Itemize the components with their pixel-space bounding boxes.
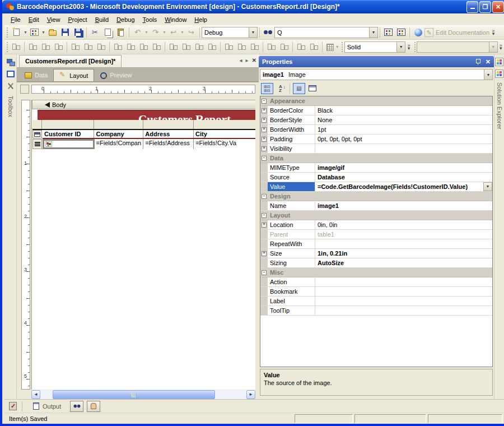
spacer-cell[interactable] xyxy=(94,120,143,129)
property-value[interactable]: Database xyxy=(315,173,492,182)
tab-data[interactable]: Data xyxy=(19,69,53,81)
image-cell-selected[interactable] xyxy=(43,139,95,149)
category-misc[interactable]: -Misc xyxy=(260,268,492,277)
category-data[interactable]: -Data xyxy=(260,154,492,163)
command-combo[interactable]: Q ▼ xyxy=(274,27,378,38)
body-section-header[interactable]: Body xyxy=(32,100,255,109)
scrollbar-thumb[interactable] xyxy=(53,390,215,399)
solution-explorer-tab[interactable]: Solution Explorer xyxy=(496,82,503,129)
collapse-box[interactable]: - xyxy=(260,192,268,201)
header-cell-customer-id[interactable]: Customer ID xyxy=(43,130,94,138)
property-mimetype[interactable]: MIMETypeimage/gif xyxy=(260,163,492,173)
spacer-cell[interactable] xyxy=(143,120,194,129)
property-repeatwith[interactable]: RepeatWith xyxy=(260,239,492,249)
expand-box[interactable]: + xyxy=(260,144,268,153)
scroll-tabs-left-icon[interactable]: ◂ xyxy=(240,57,242,63)
spacer-cell[interactable] xyxy=(194,120,255,129)
document-tab[interactable]: CustomersReport.rdl [Design]* xyxy=(19,55,122,67)
toolbar-grip[interactable] xyxy=(6,27,9,38)
category-appearance[interactable]: -Appearance xyxy=(260,96,492,106)
scroll-left-arrow[interactable]: ◄ xyxy=(31,390,40,399)
open-file-icon[interactable] xyxy=(46,26,59,39)
property-sizing[interactable]: SizingAutoSize xyxy=(260,258,492,268)
table-spacer-row[interactable] xyxy=(32,120,255,129)
detail-row-handle[interactable] xyxy=(32,139,42,149)
property-parent[interactable]: Parenttable1 xyxy=(260,230,492,239)
expand-box[interactable]: + xyxy=(260,135,268,143)
spacer-cell[interactable] xyxy=(42,120,94,129)
new-project-dropdown[interactable]: ▼ xyxy=(23,26,28,39)
border-style-combo[interactable]: Solid ▼ xyxy=(344,41,406,53)
property-name[interactable]: Nameimage1 xyxy=(260,201,492,211)
collapse-box[interactable]: - xyxy=(260,211,268,220)
property-value[interactable]: table1 xyxy=(315,230,492,239)
header-cell-city[interactable]: City xyxy=(194,130,255,138)
report-title-textbox[interactable]: Customers Report xyxy=(38,110,255,120)
copy-icon[interactable] xyxy=(101,26,114,39)
solution-config-dropdown[interactable]: ▼ xyxy=(249,27,257,38)
property-value[interactable] xyxy=(315,306,492,315)
report-chart-icon[interactable] xyxy=(382,26,395,39)
auto-hide-pin-icon[interactable] xyxy=(474,58,481,66)
property-value[interactable] xyxy=(315,287,492,296)
minimize-button[interactable] xyxy=(466,1,478,13)
property-value[interactable]: Black xyxy=(315,106,492,115)
solution-config-combo[interactable]: Debug ▼ xyxy=(202,27,258,38)
category-design[interactable]: -Design xyxy=(260,192,492,201)
expand-box[interactable]: + xyxy=(260,115,268,124)
add-item-icon[interactable] xyxy=(28,26,41,39)
detail-cell[interactable]: =Fields!City.Va xyxy=(194,139,255,149)
category-layout[interactable]: -Layout xyxy=(260,211,492,220)
header-cell-address[interactable]: Address xyxy=(143,130,194,138)
tab-layout[interactable]: Layout xyxy=(53,69,94,81)
menu-tools[interactable]: Tools xyxy=(139,15,161,25)
menu-file[interactable]: File xyxy=(7,15,25,25)
scrollbar-track[interactable] xyxy=(40,390,246,399)
detail-cell[interactable]: =Fields!Compan xyxy=(95,139,144,149)
find-symbol-results-button[interactable] xyxy=(70,401,83,412)
find-in-files-icon[interactable] xyxy=(262,26,274,39)
property-value[interactable] xyxy=(315,277,492,286)
horizontal-scrollbar[interactable]: ◄ ► xyxy=(31,390,255,399)
report-canvas[interactable]: Body Customers Report Customer IDCompany… xyxy=(31,100,255,390)
collapse-box[interactable]: - xyxy=(260,268,268,277)
menu-window[interactable]: Window xyxy=(161,15,190,25)
alphabetical-button[interactable]: A Z xyxy=(274,83,287,94)
detail-cell[interactable]: =Fields!Address xyxy=(143,139,194,149)
property-bordercolor[interactable]: +BorderColorBlack xyxy=(260,106,492,115)
object-selector-combo[interactable]: image1Image ▼ xyxy=(260,69,493,80)
property-value[interactable]: Value=Code.GetBarcodeImage(Fields!Custom… xyxy=(260,182,492,192)
command-combo-dropdown[interactable]: ▼ xyxy=(369,27,377,38)
menu-view[interactable]: View xyxy=(43,15,64,25)
property-source[interactable]: SourceDatabase xyxy=(260,173,492,182)
collapse-box[interactable]: - xyxy=(260,96,268,105)
header-cell-company[interactable]: Company xyxy=(94,130,143,138)
property-bookmark[interactable]: Bookmark xyxy=(260,287,492,297)
server-explorer-icon[interactable] xyxy=(6,57,16,67)
scroll-right-arrow[interactable]: ► xyxy=(246,390,255,399)
close-properties-icon[interactable]: ✕ xyxy=(486,58,491,66)
output-tab[interactable]: Output xyxy=(27,400,67,413)
property-location[interactable]: +Location0in, 0in xyxy=(260,220,492,230)
collapse-box[interactable]: - xyxy=(260,154,268,163)
tab-preview[interactable]: Preview xyxy=(94,69,137,81)
task-list-icon[interactable] xyxy=(9,402,17,410)
menu-project[interactable]: Project xyxy=(64,15,91,25)
toolbar-grip[interactable] xyxy=(340,42,343,52)
expand-box[interactable]: + xyxy=(260,106,268,115)
categorized-button[interactable]: ⊞⊟ ⊞⊟ xyxy=(261,83,273,94)
property-value[interactable]: 0pt, 0pt, 0pt, 0pt xyxy=(315,135,492,143)
toolbar-overflow-chevron[interactable]: »▾ xyxy=(489,26,497,39)
property-value[interactable]: image/gif xyxy=(315,163,492,172)
property-value[interactable]: 1in, 0.21in xyxy=(315,249,492,258)
property-borderstyle[interactable]: +BorderStyleNone xyxy=(260,115,492,125)
save-all-icon[interactable] xyxy=(72,26,85,39)
expand-box[interactable]: + xyxy=(260,125,268,134)
toolbar-grip[interactable] xyxy=(6,42,8,52)
property-pages-button[interactable] xyxy=(306,83,319,94)
property-borderwidth[interactable]: +BorderWidth1pt xyxy=(260,125,492,135)
border-style-dropdown[interactable]: ▼ xyxy=(396,42,405,52)
property-value[interactable]: AutoSize xyxy=(315,258,492,267)
document-outline-icon[interactable] xyxy=(6,69,16,79)
menu-debug[interactable]: Debug xyxy=(113,15,138,25)
